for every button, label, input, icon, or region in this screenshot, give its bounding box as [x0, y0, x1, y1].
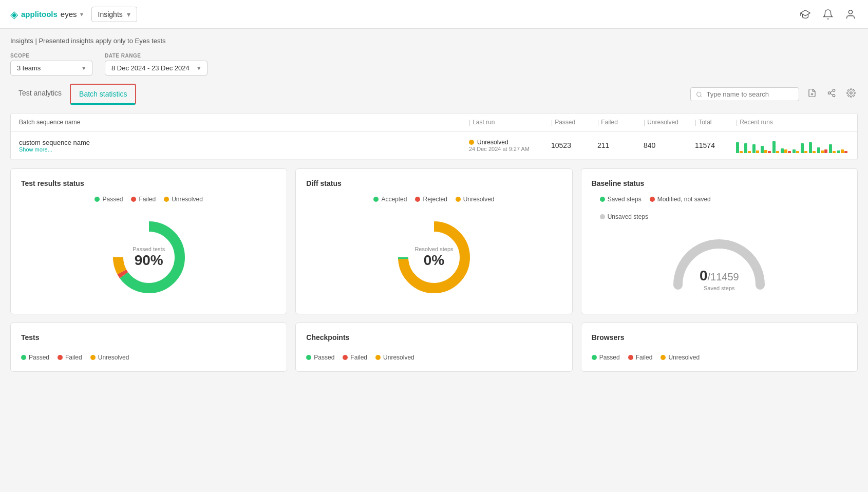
col-passed: |Passed [551, 119, 597, 126]
accepted-dot-icon [373, 197, 379, 202]
mini-bar-group [736, 142, 743, 153]
test-results-donut: Passed tests 90% [108, 216, 190, 298]
test-results-donut-wrapper: Passed tests 90% [21, 211, 276, 304]
batch-name[interactable]: custom sequence name [19, 139, 469, 146]
diff-status-card: Diff status Accepted Rejected Unresolved [295, 168, 572, 314]
tests-card: Tests Passed Failed Unresolved [10, 323, 287, 372]
search-box[interactable] [690, 87, 799, 101]
tests-failed-label: Failed [65, 354, 82, 361]
col-total: |Total [695, 119, 736, 126]
tab-test-analytics[interactable]: Test analytics [10, 84, 70, 105]
browsers-passed-dot [592, 355, 597, 360]
browsers-legend-failed: Failed [628, 354, 653, 361]
browsers-legend-unresolved: Unresolved [661, 354, 700, 361]
browsers-unresolved-label: Unresolved [668, 354, 700, 361]
mini-bar-red [824, 149, 827, 153]
checkpoints-legend-passed: Passed [306, 354, 334, 361]
svg-line-9 [830, 91, 833, 92]
graduation-cap-icon[interactable] [798, 7, 813, 22]
checkpoints-passed-dot [306, 355, 311, 360]
download-pdf-button[interactable] [805, 86, 819, 102]
passed-label: Passed [102, 196, 123, 203]
checkpoints-card: Checkpoints Passed Failed Unresolved [295, 323, 572, 372]
checkpoints-legend-unresolved: Unresolved [375, 354, 414, 361]
scope-select[interactable]: 3 teams ▾ [10, 61, 92, 75]
mini-chart [736, 138, 828, 153]
passed-dot-icon [95, 197, 100, 202]
diff-unresolved-label: Unresolved [463, 196, 495, 203]
settings-button[interactable] [844, 86, 858, 102]
mini-bar-green [744, 143, 747, 153]
svg-point-0 [848, 10, 852, 13]
tests-passed-label: Passed [29, 354, 49, 361]
mini-bar-group [809, 142, 816, 153]
diff-donut-text: Resolved steps 0% [414, 246, 453, 269]
status-badge: Unresolved [469, 139, 551, 146]
unresolved-dot-icon [164, 197, 169, 202]
checkpoints-legend: Passed Failed Unresolved [306, 350, 561, 361]
mini-bar-green [781, 148, 784, 153]
mini-bar-orange [748, 151, 751, 153]
mini-bar-green [761, 146, 764, 153]
table-header: Batch sequence name |Last run |Passed |F… [11, 113, 857, 131]
nav-dropdown[interactable]: Insights ▾ [91, 7, 137, 22]
checkpoints-card-title: Checkpoints [306, 333, 561, 342]
accepted-label: Accepted [381, 196, 407, 203]
share-button[interactable] [825, 86, 838, 102]
gauge-value: 0 [700, 268, 708, 283]
user-icon[interactable] [843, 7, 858, 22]
mini-bar-red [768, 151, 771, 153]
mini-bar-green [809, 142, 812, 153]
donut-resolved-value: 0% [414, 252, 453, 269]
show-more-link[interactable]: Show more... [19, 146, 469, 153]
logo-chevron-icon[interactable]: ▾ [80, 11, 83, 18]
batch-name-cell: custom sequence name Show more... [19, 139, 469, 153]
baseline-status-title: Baseline status [592, 179, 847, 187]
date-range-select[interactable]: 8 Dec 2024 - 23 Dec 2024 ▾ [105, 61, 207, 75]
unsaved-steps-label: Unsaved steps [608, 213, 648, 220]
legend-unresolved: Unresolved [164, 196, 203, 203]
tests-legend-unresolved: Unresolved [90, 354, 129, 361]
bell-icon[interactable] [821, 7, 835, 22]
svg-point-5 [833, 89, 835, 92]
filters: SCOPE 3 teams ▾ DATE RANGE 8 Dec 2024 - … [10, 53, 858, 75]
legend-failed: Failed [131, 196, 156, 203]
browsers-passed-label: Passed [599, 354, 620, 361]
test-results-card: Test results status Passed Failed Unreso… [10, 168, 287, 314]
test-results-donut-text: Passed tests 90% [133, 246, 165, 269]
unresolved-cell: 840 [644, 141, 695, 149]
failed-dot-icon [131, 197, 136, 202]
header-left: ◈ applitools eyes ▾ Insights ▾ [10, 7, 137, 22]
mini-bar-green [801, 143, 804, 153]
col-batch-name: Batch sequence name [19, 119, 469, 126]
tests-legend-passed: Passed [21, 354, 49, 361]
legend-saved-steps: Saved steps [600, 196, 641, 203]
date-range-chevron-icon: ▾ [197, 64, 201, 72]
modified-not-saved-dot-icon [650, 197, 655, 202]
bottom-cards-grid: Tests Passed Failed Unresolved Checkpoin… [10, 323, 858, 372]
tab-batch-statistics[interactable]: Batch statistics [70, 84, 136, 105]
diff-status-legend: Accepted Rejected Unresolved [306, 196, 561, 203]
legend-diff-unresolved: Unresolved [456, 196, 495, 203]
logo-text: applitools [21, 10, 58, 18]
col-last-run: |Last run [469, 119, 551, 126]
mini-bar-red [844, 151, 847, 153]
unsaved-steps-dot-icon [600, 214, 605, 219]
mini-bar-orange [821, 150, 824, 153]
legend-passed: Passed [95, 196, 123, 203]
total-cell: 11574 [695, 141, 736, 149]
scope-filter-group: SCOPE 3 teams ▾ [10, 53, 92, 75]
checkpoints-failed-dot [343, 355, 348, 360]
svg-point-6 [828, 92, 831, 94]
saved-steps-label: Saved steps [608, 196, 641, 203]
nav-label: Insights [98, 10, 123, 18]
search-input[interactable] [706, 90, 794, 98]
browsers-failed-dot [628, 355, 633, 360]
donut-passed-value: 90% [133, 252, 165, 269]
mini-bar-orange [776, 151, 779, 153]
test-results-legend: Passed Failed Unresolved [21, 196, 276, 203]
mini-bar-group [801, 143, 807, 153]
browsers-unresolved-dot [661, 355, 666, 360]
col-unresolved: |Unresolved [644, 119, 695, 126]
checkpoints-failed-label: Failed [350, 354, 367, 361]
